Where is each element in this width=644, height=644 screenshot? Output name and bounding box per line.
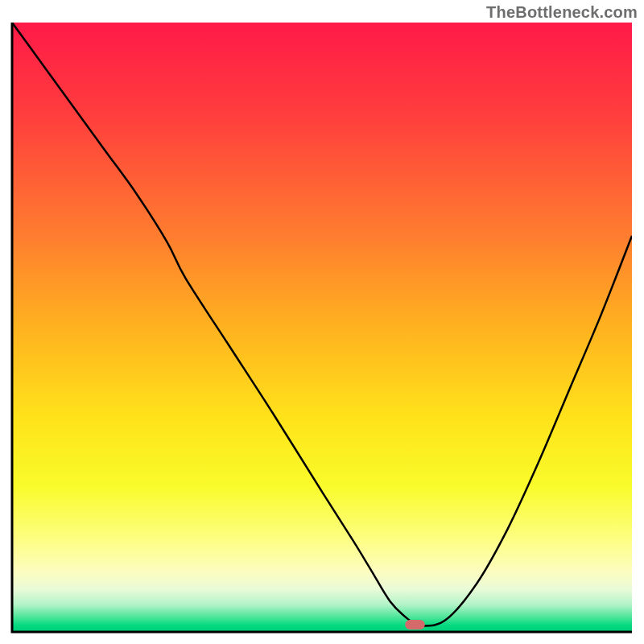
bottleneck-chart: TheBottleneck.com xyxy=(0,0,644,644)
chart-svg xyxy=(0,0,644,644)
minimum-marker xyxy=(405,620,425,630)
watermark-text: TheBottleneck.com xyxy=(486,3,638,22)
gradient-background xyxy=(12,23,632,632)
